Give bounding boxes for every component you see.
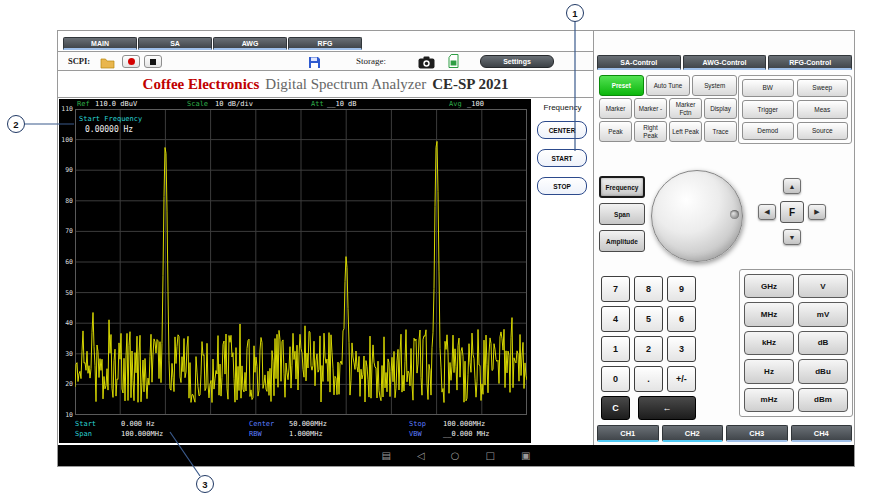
frequency-softkey-panel: Frequency CENTER START STOP — [532, 99, 593, 443]
tab-awg-control[interactable]: AWG-Control — [683, 55, 767, 70]
callout-1: 1 — [566, 4, 584, 22]
y-axis-tick: 80 — [59, 197, 73, 205]
tab-rfg[interactable]: RFG — [288, 37, 362, 50]
source-button[interactable]: Source — [797, 122, 849, 140]
tab-ch3[interactable]: CH3 — [726, 425, 788, 442]
frequency-mode-button[interactable]: Frequency — [599, 176, 645, 198]
key-mhz[interactable]: MHz — [744, 302, 794, 326]
ref-value: 110.0 dBuV — [95, 100, 137, 108]
active-parameter-label: Start Frequency — [79, 115, 142, 123]
key-9[interactable]: 9 — [667, 276, 696, 302]
y-axis-tick: 70 — [59, 227, 73, 235]
brand-name: Coffee Electronics — [143, 76, 260, 93]
amplitude-mode-button[interactable]: Amplitude — [599, 230, 645, 252]
keyboard-hide-icon[interactable]: ▤ — [382, 451, 391, 461]
demod-button[interactable]: Demod — [742, 122, 794, 140]
key-8[interactable]: 8 — [634, 276, 663, 302]
y-axis-tick: 30 — [59, 350, 73, 358]
key-hz[interactable]: Hz — [744, 359, 794, 383]
trigger-button[interactable]: Trigger — [742, 100, 794, 118]
title-bar: Coffee Electronics Digital Spectrum Anal… — [58, 71, 593, 98]
marker-minus-button[interactable]: Marker - — [634, 98, 667, 119]
tab-sa-control[interactable]: SA-Control — [597, 55, 681, 70]
key-3[interactable]: 3 — [667, 336, 696, 362]
product-name: Digital Spectrum Analyzer — [265, 76, 426, 93]
left-peak-button[interactable]: Left Peak — [669, 121, 702, 142]
tab-ch1[interactable]: CH1 — [597, 425, 659, 442]
key-backspace[interactable]: ← — [638, 396, 696, 420]
trace-button[interactable]: Trace — [704, 121, 737, 142]
tab-ch2[interactable]: CH2 — [662, 425, 724, 442]
right-arrow-key[interactable]: ▶ — [808, 204, 826, 220]
bw-button[interactable]: BW — [742, 79, 794, 97]
screenshot-icon[interactable]: ▣ — [521, 451, 530, 461]
tab-main[interactable]: MAIN — [63, 37, 137, 50]
control-panel: SA-Control AWG-Control RFG-Control Prese… — [593, 31, 854, 445]
key-v[interactable]: V — [798, 274, 848, 298]
record-button[interactable] — [122, 55, 140, 68]
key-db[interactable]: dB — [798, 331, 848, 355]
meas-button[interactable]: Meas — [797, 100, 849, 118]
measure-button-group: BW Sweep Trigger Meas Demod Source — [738, 75, 852, 144]
key-mv[interactable]: mV — [798, 302, 848, 326]
y-axis-tick: 100 — [59, 136, 73, 144]
control-tab-bar: SA-Control AWG-Control RFG-Control — [597, 55, 852, 70]
key-7[interactable]: 7 — [601, 276, 630, 302]
center-softkey-button[interactable]: CENTER — [537, 121, 587, 139]
peak-button[interactable]: Peak — [599, 121, 632, 142]
settings-button[interactable]: Settings — [480, 55, 554, 68]
auto-tune-button[interactable]: Auto Tune — [646, 75, 691, 96]
recents-icon[interactable]: □ — [485, 451, 494, 461]
display-button[interactable]: Display — [704, 98, 737, 119]
storage-label: Storage: — [356, 56, 386, 66]
span-value: 100.000MHz — [121, 430, 163, 438]
right-peak-button[interactable]: Right Peak — [634, 121, 667, 142]
toolbar: SCPI: Storage: Settings — [58, 51, 593, 71]
back-icon[interactable]: ◁ — [417, 451, 425, 461]
tab-rfg-control[interactable]: RFG-Control — [768, 55, 852, 70]
key-1[interactable]: 1 — [601, 336, 630, 362]
down-arrow-key[interactable]: ▼ — [783, 229, 801, 245]
stop-softkey-button[interactable]: STOP — [537, 177, 587, 195]
sd-card-icon[interactable] — [448, 54, 459, 72]
y-axis-tick: 10 — [59, 411, 73, 419]
key-6[interactable]: 6 — [667, 306, 696, 332]
key-ghz[interactable]: GHz — [744, 274, 794, 298]
system-button[interactable]: System — [692, 75, 737, 96]
home-icon[interactable]: ○ — [451, 451, 460, 461]
up-arrow-key[interactable]: ▲ — [783, 178, 801, 194]
key-mhz-milli[interactable]: mHz — [744, 388, 794, 412]
stop-button[interactable] — [144, 55, 162, 68]
tab-ch4[interactable]: CH4 — [791, 425, 853, 442]
key-clear[interactable]: C — [601, 396, 630, 420]
y-axis-tick: 40 — [59, 319, 73, 327]
rbw-value: 1.000MHz — [289, 430, 323, 438]
tab-sa[interactable]: SA — [138, 37, 212, 50]
key-dbm[interactable]: dBm — [798, 388, 848, 412]
key-5[interactable]: 5 — [634, 306, 663, 332]
avg-label: Avg — [449, 100, 462, 108]
preset-button[interactable]: Preset — [599, 75, 644, 96]
f-key[interactable]: F — [780, 201, 804, 223]
key-2[interactable]: 2 — [634, 336, 663, 362]
rbw-label: RBW — [249, 430, 262, 438]
span-mode-button[interactable]: Span — [599, 203, 645, 225]
key-4[interactable]: 4 — [601, 306, 630, 332]
key-khz[interactable]: kHz — [744, 331, 794, 355]
callout-2: 2 — [7, 115, 25, 133]
sweep-button[interactable]: Sweep — [797, 79, 849, 97]
marker-fctn-button[interactable]: Marker Fctn — [669, 98, 702, 119]
key-plus-minus[interactable]: +/- — [667, 366, 696, 392]
key-0[interactable]: 0 — [601, 366, 630, 392]
start-softkey-button[interactable]: START — [537, 149, 587, 167]
att-label: Att — [311, 100, 324, 108]
key-dbu[interactable]: dBu — [798, 359, 848, 383]
att-value: __10 dB — [327, 100, 357, 108]
marker-button[interactable]: Marker — [599, 98, 632, 119]
start-freq-label: Start — [75, 420, 96, 428]
key-decimal[interactable]: . — [634, 366, 663, 392]
tab-awg[interactable]: AWG — [213, 37, 287, 50]
left-arrow-key[interactable]: ◀ — [758, 204, 776, 220]
rotary-knob[interactable] — [651, 170, 743, 262]
stop-icon — [150, 59, 156, 65]
